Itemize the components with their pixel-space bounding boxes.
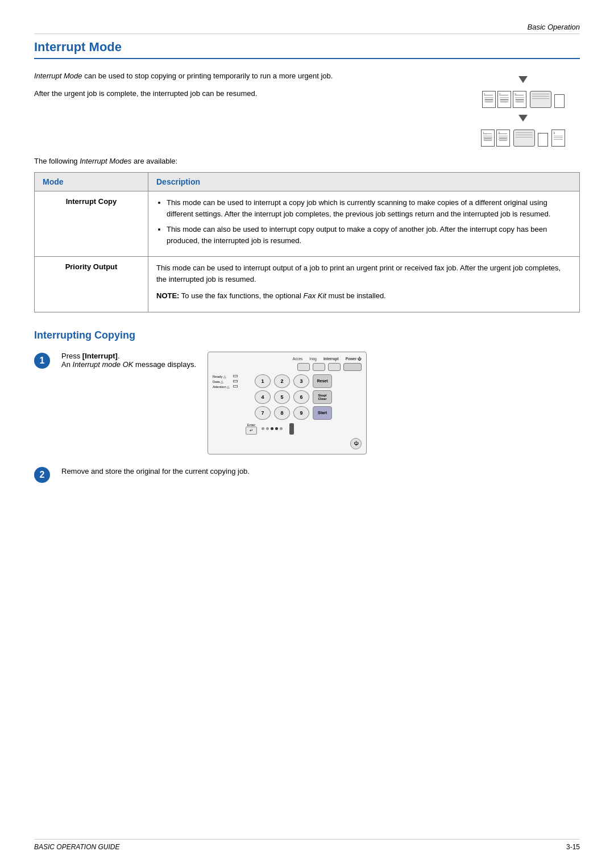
data-label: Data △ [213, 379, 231, 383]
power-button[interactable] [343, 363, 362, 371]
attention-label: Attention △ [213, 385, 231, 389]
stop-clear-key[interactable]: Stop/Clear [313, 390, 332, 404]
panel-label-interrupt: Interrupt [323, 357, 339, 361]
panel-label-acces: Acces [293, 357, 303, 361]
reset-key[interactable]: Reset [313, 374, 332, 388]
key-6[interactable]: 6 [293, 390, 309, 404]
interrupt-keyword: [Interrupt] [82, 352, 118, 360]
modes-intro-text: The following Interrupt Modes are availa… [34, 157, 580, 165]
step-1: 1 Press [Interrupt]. An Interrupt mode O… [34, 352, 580, 454]
doc-icon-1: 1 [482, 91, 496, 108]
footer-right: 3-15 [566, 843, 580, 851]
panel-top-section: Acces Inog Interrupt Power ⏻ [213, 357, 362, 361]
header-title: Basic Operation [528, 23, 580, 31]
key-2[interactable]: 2 [274, 374, 290, 388]
key-9[interactable]: 9 [293, 406, 309, 420]
panel-label-inog: Inog [309, 357, 317, 361]
doc-icon-2: 2 [497, 91, 511, 108]
step-1-instruction: Press [Interrupt]. [61, 352, 196, 360]
enter-key-area: Enter ↵ [246, 423, 257, 435]
interrupt-copy-label: Interrupt Copy [66, 197, 117, 206]
mode-interrupt-copy: Interrupt Copy [35, 191, 148, 257]
page-out-top [554, 94, 565, 108]
doc-icon-3: 3 [513, 91, 526, 108]
panel-btn-row [213, 363, 362, 371]
table-header-row: Mode Description [35, 173, 580, 191]
intro-para2: After the urgent job is complete, the in… [34, 88, 449, 100]
ready-indicator: Ready △ [213, 374, 238, 378]
key-3[interactable]: 3 [293, 374, 309, 388]
enter-key[interactable]: ↵ [246, 427, 257, 435]
step-1-number: 1 [34, 353, 50, 369]
data-indicator: Data △ [213, 379, 238, 383]
panel-diagram: Acces Inog Interrupt Power ⏻ Ready △ [208, 352, 367, 454]
table-header-mode: Mode [35, 173, 148, 191]
panel-label-power: Power ⏻ [346, 357, 362, 361]
dot-3 [271, 427, 273, 430]
doc-stack-after: 1 2 3 [481, 130, 565, 147]
panel-btn-3 [328, 363, 341, 371]
step-2-instruction: Remove and store the original for the cu… [61, 466, 580, 478]
attention-indicator: Attention △ [213, 385, 238, 389]
panel-labels-row: Acces Inog Interrupt Power ⏻ [213, 357, 362, 361]
copier-row-after: 1 2 3 [481, 130, 565, 147]
arrow-down-icon [518, 76, 528, 83]
step-2-number: 2 [34, 467, 50, 483]
note-bold: NOTE: [156, 291, 179, 300]
doc-stack-before: 1 2 3 [482, 91, 565, 108]
modes-intro-italic: Interrupt Modes [80, 157, 131, 165]
intro-block: Interrupt Mode can be used to stop copyi… [34, 70, 580, 147]
diagram-arrow-top [466, 76, 580, 85]
priority-output-text: This mode can be used to interrupt outpu… [156, 262, 571, 285]
diagram-arrow-mid [466, 115, 580, 124]
panel-bottom-circle: ⏻ [213, 438, 362, 449]
power-circle[interactable]: ⏻ [350, 438, 362, 449]
modes-table: Mode Description Interrupt Copy This mod… [34, 172, 580, 312]
step-2: 2 Remove and store the original for the … [34, 466, 580, 483]
table-row: Interrupt Copy This mode can be used to … [35, 191, 580, 257]
data-led [233, 380, 238, 382]
list-item: This mode can be used to interrupt a cop… [167, 197, 571, 219]
ready-led [233, 375, 238, 377]
doc-icon-a2: 2 [496, 130, 510, 147]
intro-para1: Interrupt Mode can be used to stop copyi… [34, 70, 449, 82]
page-out-bot [538, 133, 548, 147]
arrow-mid-icon [518, 115, 528, 122]
fax-kit-italic: Fax Kit [303, 291, 326, 300]
priority-output-label: Priority Output [65, 262, 118, 271]
step-1-text: Press [Interrupt]. An Interrupt mode OK … [61, 352, 196, 369]
intro-italic1: Interrupt Mode [34, 72, 82, 80]
key-8[interactable]: 8 [274, 406, 290, 420]
key-5[interactable]: 5 [274, 390, 290, 404]
panel-btn-1 [297, 363, 310, 371]
copier-machine-top [530, 91, 551, 108]
step-1-content: Press [Interrupt]. An Interrupt mode OK … [61, 352, 367, 454]
panel-btn-2 [313, 363, 325, 371]
panel-bottom-row: Enter ↵ [243, 423, 362, 435]
enter-label: Enter [246, 423, 257, 427]
panel-bar [289, 423, 294, 435]
interrupt-mode-ok-italic: Interrupt mode OK [73, 360, 134, 369]
interrupt-copy-list: This mode can be used to interrupt a cop… [156, 197, 571, 246]
interrupt-copy-description: This mode can be used to interrupt a cop… [148, 191, 580, 257]
table-header-description: Description [148, 173, 580, 191]
key-1[interactable]: 1 [255, 374, 271, 388]
dot-1 [262, 427, 264, 430]
subsection-title: Interrupting Copying [34, 329, 580, 341]
start-key[interactable]: Start [313, 406, 332, 420]
page-footer: BASIC OPERATION GUIDE 3-15 [34, 839, 580, 851]
footer-left: BASIC OPERATION GUIDE [34, 843, 119, 851]
dot-4 [275, 427, 278, 430]
mode-priority-output: Priority Output [35, 257, 148, 312]
key-7[interactable]: 7 [255, 406, 271, 420]
doc-icon-a3: 3 [551, 130, 565, 147]
ready-label: Ready △ [213, 374, 231, 378]
keypad-row-1: 1 2 3 Reset [255, 374, 362, 388]
dot-2 [266, 427, 269, 430]
key-4[interactable]: 4 [255, 390, 271, 404]
step-2-content: Remove and store the original for the cu… [61, 466, 580, 480]
keypad-row-2: 4 5 6 Stop/Clear [255, 390, 362, 404]
copier-row-before: 1 2 3 [482, 91, 565, 108]
priority-output-description: This mode can be used to interrupt outpu… [148, 257, 580, 312]
keypad-area: 1 2 3 Reset 4 5 6 Stop/Clear 7 [243, 374, 362, 435]
